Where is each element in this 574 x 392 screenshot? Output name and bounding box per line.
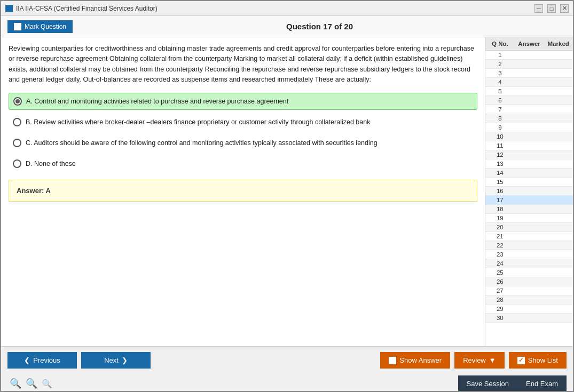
q-cell-marked: [544, 277, 573, 286]
q-list-row[interactable]: 26: [485, 277, 573, 286]
minimize-button[interactable]: ─: [534, 4, 543, 13]
q-cell-num: 25: [485, 268, 515, 277]
title-bar: IIA IIA-CFSA (Certified Financial Servic…: [1, 1, 573, 16]
q-cell-answer: [515, 78, 544, 86]
q-cell-answer: [515, 214, 544, 222]
zoom-normal-button[interactable]: 🔍: [23, 377, 40, 390]
q-cell-marked: [544, 96, 573, 105]
q-cell-marked: [544, 87, 573, 95]
q-cell-marked: [544, 187, 573, 195]
q-list-row[interactable]: 29: [485, 305, 573, 314]
option-text-b: B. Review activities where broker-dealer…: [26, 117, 370, 127]
option-row-d[interactable]: D. None of these: [9, 156, 477, 172]
option-row-b[interactable]: B. Review activities where broker-dealer…: [9, 114, 477, 131]
q-cell-answer: [515, 286, 544, 295]
q-cell-marked: [544, 114, 573, 123]
q-list-row[interactable]: 19: [485, 214, 573, 223]
app-icon: [5, 5, 13, 12]
q-cell-answer: [515, 259, 544, 268]
q-list-row[interactable]: 18: [485, 205, 573, 214]
q-cell-num: 11: [485, 141, 515, 150]
q-cell-num: 12: [485, 150, 515, 159]
q-cell-answer: [515, 196, 544, 204]
q-list-row[interactable]: 14: [485, 169, 573, 178]
q-cell-num: 17: [485, 196, 515, 204]
q-list-row[interactable]: 12: [485, 150, 573, 159]
q-cell-num: 27: [485, 286, 515, 295]
q-cell-num: 10: [485, 132, 515, 141]
q-cell-marked: [544, 232, 573, 241]
q-list-row[interactable]: 8: [485, 114, 573, 123]
q-list-row[interactable]: 7: [485, 105, 573, 114]
q-cell-num: 28: [485, 295, 515, 304]
q-list-row[interactable]: 2: [485, 60, 573, 69]
q-list-row[interactable]: 22: [485, 241, 573, 250]
restore-button[interactable]: □: [547, 4, 556, 13]
q-cell-marked: [544, 305, 573, 313]
q-cell-marked: [544, 132, 573, 141]
q-cell-num: 13: [485, 159, 515, 168]
q-cell-answer: [515, 205, 544, 213]
question-list[interactable]: 1234567891011121314151617181920212223242…: [485, 51, 573, 346]
q-list-row[interactable]: 3: [485, 69, 573, 78]
q-cell-marked: [544, 214, 573, 222]
q-list-row[interactable]: 20: [485, 223, 573, 232]
q-list-row[interactable]: 24: [485, 259, 573, 268]
q-list-row[interactable]: 6: [485, 96, 573, 105]
q-list-row[interactable]: 30: [485, 314, 573, 323]
q-cell-marked: [544, 141, 573, 150]
q-cell-answer: [515, 305, 544, 313]
option-radio-c: [13, 139, 21, 147]
previous-label: Previous: [33, 356, 60, 364]
zoom-out-button[interactable]: 🔍: [40, 378, 54, 390]
end-exam-label: End Exam: [526, 380, 558, 388]
close-button[interactable]: ✕: [560, 4, 569, 13]
q-list-row[interactable]: 9: [485, 123, 573, 132]
q-list-row[interactable]: 10: [485, 132, 573, 141]
right-panel-header: Q No. Answer Marked: [485, 37, 573, 51]
bottom-row2: 🔍 🔍 🔍 Save Session End Exam: [1, 374, 573, 392]
mark-icon: [14, 23, 21, 30]
option-row-a[interactable]: A. Control and monitoring activities rel…: [9, 93, 477, 110]
show-list-button[interactable]: Show List: [509, 352, 567, 369]
q-list-row[interactable]: 15: [485, 178, 573, 187]
col-answer: Answer: [515, 39, 544, 48]
q-cell-num: 1: [485, 51, 515, 59]
q-cell-num: 24: [485, 259, 515, 268]
q-list-row[interactable]: 16: [485, 187, 573, 196]
zoom-in-button[interactable]: 🔍: [7, 377, 23, 390]
show-list-label: Show List: [528, 356, 558, 364]
q-cell-marked: [544, 105, 573, 114]
review-button[interactable]: Review ▼: [454, 352, 505, 369]
title-bar-left: IIA IIA-CFSA (Certified Financial Servic…: [5, 5, 158, 12]
previous-button[interactable]: ❮ Previous: [7, 352, 77, 369]
q-list-row[interactable]: 28: [485, 295, 573, 305]
q-list-row[interactable]: 17: [485, 196, 573, 205]
end-exam-button[interactable]: End Exam: [517, 375, 567, 392]
prev-chevron-icon: ❮: [24, 356, 30, 364]
q-list-row[interactable]: 13: [485, 159, 573, 169]
q-cell-answer: [515, 187, 544, 195]
answer-box: Answer: A: [9, 180, 477, 202]
q-cell-marked: [544, 250, 573, 259]
q-cell-answer: [515, 132, 544, 141]
mark-question-button[interactable]: Mark Question: [7, 20, 73, 33]
option-row-c[interactable]: C. Auditors should be aware of the follo…: [9, 135, 477, 151]
title-bar-controls[interactable]: ─ □ ✕: [534, 4, 569, 13]
q-list-row[interactable]: 1: [485, 51, 573, 60]
question-text: Reviewing counterparties for creditworth…: [9, 44, 477, 85]
q-cell-marked: [544, 169, 573, 177]
q-list-row[interactable]: 25: [485, 268, 573, 277]
q-list-row[interactable]: 27: [485, 286, 573, 295]
q-list-row[interactable]: 5: [485, 87, 573, 96]
next-button[interactable]: Next ❯: [81, 352, 151, 369]
save-session-button[interactable]: Save Session: [458, 375, 518, 392]
q-list-row[interactable]: 21: [485, 232, 573, 241]
q-list-row[interactable]: 11: [485, 141, 573, 150]
q-cell-answer: [515, 223, 544, 231]
next-chevron-icon: ❯: [122, 356, 128, 364]
q-list-row[interactable]: 23: [485, 250, 573, 259]
q-cell-marked: [544, 295, 573, 304]
show-answer-button[interactable]: Show Answer: [380, 352, 450, 369]
q-list-row[interactable]: 4: [485, 78, 573, 87]
